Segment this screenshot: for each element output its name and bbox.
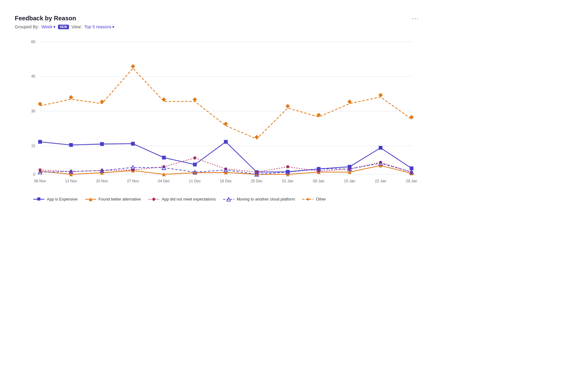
chart-area: .grid-line { stroke: #e0e4ef; stroke-wid… (15, 34, 419, 189)
legend-line-icon (302, 197, 313, 201)
legend-other: Other (302, 197, 326, 201)
svg-text:01 Jan: 01 Jan (282, 179, 293, 183)
view-label: View: (71, 24, 82, 29)
marker (162, 156, 166, 160)
legend-app-expensive: App is Expensive (33, 197, 78, 201)
svg-text:25 Dec: 25 Dec (251, 179, 263, 183)
marker (193, 163, 197, 166)
svg-marker-32 (306, 198, 309, 201)
svg-rect-24 (37, 197, 40, 201)
legend-label-app-expensive: App is Expensive (47, 197, 78, 201)
svg-text:08 Jan: 08 Jan (313, 179, 325, 183)
svg-point-28 (152, 198, 155, 201)
marker (379, 146, 382, 150)
svg-text:06 Nov: 06 Nov (34, 179, 47, 183)
svg-text:15: 15 (31, 144, 35, 148)
more-options-button[interactable]: ··· (412, 15, 419, 22)
line-chart: .grid-line { stroke: #e0e4ef; stroke-wid… (15, 34, 419, 188)
marker (131, 142, 135, 145)
svg-text:30: 30 (31, 109, 35, 113)
marker (131, 64, 135, 68)
svg-text:0: 0 (33, 172, 35, 176)
legend-found-better: Found better alternative (85, 197, 141, 201)
marker (100, 99, 104, 104)
svg-text:45: 45 (31, 74, 35, 79)
header-left: Feedback by Reason Grouped By: Week ▾ NE… (15, 15, 114, 29)
marker (193, 156, 196, 160)
marker (255, 135, 259, 139)
svg-text:27 Nov: 27 Nov (127, 179, 139, 183)
legend-label-moving-cloud: Moving to another cloud platform (237, 197, 295, 201)
marker (69, 95, 73, 99)
legend-line-icon (33, 197, 44, 201)
legend-line-icon (223, 197, 234, 201)
legend-label-other: Other (316, 197, 326, 201)
chart-legend: App is Expensive Found better alternativ… (15, 197, 419, 201)
marker (193, 97, 197, 102)
feedback-by-reason-card: Feedback by Reason Grouped By: Week ▾ NE… (7, 7, 427, 209)
marker (69, 143, 73, 147)
marker (224, 122, 228, 126)
marker (38, 140, 42, 144)
svg-text:11 Dec: 11 Dec (189, 179, 201, 183)
new-badge: NEW (58, 25, 69, 29)
line-other (40, 68, 411, 139)
legend-line-icon (148, 197, 159, 201)
svg-text:15 Jan: 15 Jan (344, 179, 355, 183)
marker (224, 140, 228, 144)
legend-not-meet: App did not meet expectations (148, 197, 216, 201)
svg-text:18 Dec: 18 Dec (220, 179, 232, 183)
chevron-down-icon: ▾ (53, 24, 55, 29)
card-header: Feedback by Reason Grouped By: Week ▾ NE… (15, 15, 419, 29)
marker (285, 104, 290, 108)
svg-text:04 Dec: 04 Dec (158, 179, 170, 183)
legend-line-icon (85, 197, 96, 201)
marker (286, 165, 289, 168)
marker (100, 142, 104, 146)
grouped-by-label: Grouped By: (15, 24, 39, 29)
legend-label-not-meet: App did not meet expectations (162, 197, 216, 201)
grouped-by-dropdown[interactable]: Week ▾ (42, 24, 56, 29)
legend-label-found-better: Found better alternative (99, 197, 141, 201)
svg-text:13 Nov: 13 Nov (65, 179, 77, 183)
marker (409, 115, 414, 119)
card-title: Feedback by Reason (15, 15, 114, 22)
chevron-down-icon-2: ▾ (112, 24, 114, 29)
view-dropdown[interactable]: Top 5 reasons ▾ (84, 24, 114, 29)
legend-moving-cloud: Moving to another cloud platform (223, 197, 295, 201)
controls-bar: Grouped By: Week ▾ NEW View: Top 5 reaso… (15, 24, 114, 29)
svg-text:60: 60 (31, 40, 35, 44)
marker (131, 168, 134, 172)
svg-text:29 Jan: 29 Jan (406, 179, 417, 183)
svg-text:22 Jan: 22 Jan (375, 179, 386, 183)
marker (378, 93, 383, 97)
svg-text:20 Nov: 20 Nov (96, 179, 108, 183)
